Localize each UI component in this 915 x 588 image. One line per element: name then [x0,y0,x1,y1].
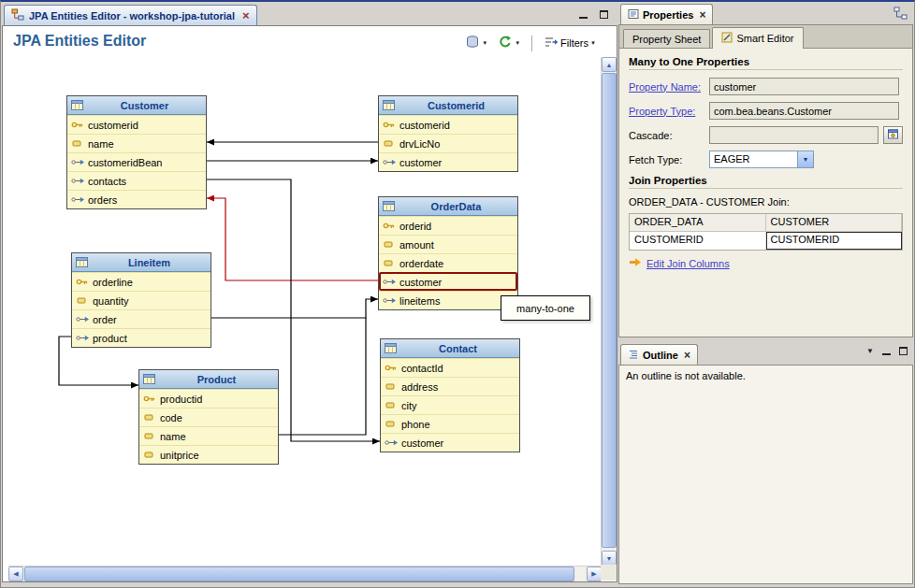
fetch-type-select[interactable]: EAGER ▼ [709,151,814,168]
editor-body: JPA Entities Editor ▼ ▼ Filters ▼ [2,25,617,582]
outline-view-tab[interactable]: Outline × [620,344,698,365]
entity-header[interactable]: Lineitem [72,253,211,272]
entity-field-unitprice[interactable]: unitprice [139,445,278,464]
entity-field-name[interactable]: name [67,134,206,152]
entity-field-contacts[interactable]: contacts [67,171,206,190]
horizontal-scroll-thumb[interactable] [24,566,574,581]
key-icon [76,277,92,287]
field-label: orderline [93,277,133,288]
entity-field-amount[interactable]: amount [379,235,517,253]
filter-icon [544,36,559,50]
join-cell[interactable]: CUSTOMERID [766,232,903,250]
entity-icon [383,100,399,110]
entity-orderdata[interactable]: OrderDataorderidamountorderdatecustomerl… [378,196,518,310]
entity-header[interactable]: Product [139,370,278,389]
entity-field-orderdate[interactable]: orderdate [379,253,517,272]
scroll-down-button[interactable]: ▼ [602,551,617,566]
entity-header[interactable]: Customerid [379,96,517,115]
entity-field-customerid[interactable]: customerid [67,115,206,134]
minimize-editor-button[interactable] [576,7,589,19]
property-type-field[interactable] [709,102,899,120]
entity-field-phone[interactable]: phone [381,414,519,433]
properties-icon [628,8,639,22]
entity-field-order[interactable]: order [72,309,211,328]
entity-header[interactable]: Contact [381,339,519,358]
key-icon [383,221,399,231]
entity-product[interactable]: Productproductidcodenameunitprice [138,369,279,465]
database-tool-button[interactable]: ▼ [463,33,489,53]
editor-tab[interactable]: JPA Entities Editor - workshop-jpa-tutor… [4,5,257,25]
scroll-right-button[interactable]: ▶ [587,566,602,581]
field-label: customer [399,277,442,288]
tab-smart-editor[interactable]: Smart Editor [712,27,803,49]
entity-lineitem[interactable]: Lineitemorderlinequantityorderproduct [71,252,211,348]
fetch-type-value: EAGER [710,151,797,167]
edit-cascade-button[interactable] [883,126,903,144]
horizontal-scrollbar[interactable]: ◀ ▶ [8,566,602,581]
fetch-type-label: Fetch Type: [629,154,709,165]
entity-field-orders[interactable]: orders [67,190,206,208]
rel-icon [71,157,87,167]
entity-field-contactId[interactable]: contactId [381,358,519,377]
properties-close-icon[interactable]: × [699,9,705,21]
entity-field-code[interactable]: code [139,408,278,426]
field-label: orders [88,194,117,206]
attr-icon [143,450,159,460]
maximize-icon [600,10,608,19]
entity-header[interactable]: Customer [67,96,206,115]
entity-field-product[interactable]: product [72,328,211,347]
database-icon [465,35,480,51]
entity-field-drvLicNo[interactable]: drvLicNo [379,134,517,152]
property-name-field[interactable] [709,78,899,95]
entity-customer[interactable]: CustomercustomeridnamecustomeridBeancont… [66,95,207,209]
entity-field-customerid[interactable]: customerid [379,115,517,134]
entity-field-address[interactable]: address [381,377,519,395]
refresh-icon [498,35,513,51]
entity-field-quantity[interactable]: quantity [72,291,211,309]
outline-close-icon[interactable]: × [684,350,690,361]
scroll-up-button[interactable]: ▲ [602,57,617,72]
tab-property-sheet[interactable]: Property Sheet [623,29,710,48]
minimize-view-button[interactable] [882,348,891,355]
join-cell[interactable]: CUSTOMERID [630,232,766,250]
field-label: customer [399,157,442,168]
entity-customerid[interactable]: CustomeridcustomeriddrvLicNocustomer [378,95,518,172]
edit-join-columns-link[interactable]: Edit Join Columns [646,258,730,269]
entity-field-customeridBean[interactable]: customeridBean [67,152,206,171]
property-type-link[interactable]: Property Type: [629,106,709,117]
entity-icon [71,100,87,110]
entity-field-customer[interactable]: customer [379,152,517,171]
property-name-link[interactable]: Property Name: [629,81,709,93]
entity-field-lineitems[interactable]: lineitems [379,291,517,309]
chevron-down-icon: ▼ [590,40,596,46]
properties-view-tab[interactable]: Properties × [620,4,713,24]
scroll-left-button[interactable]: ◀ [8,566,23,581]
entity-header[interactable]: OrderData [379,197,517,216]
fetch-type-row: Fetch Type: EAGER ▼ [629,151,903,168]
entity-field-customer[interactable]: customer [379,272,517,291]
combo-dropdown-icon[interactable]: ▼ [797,151,813,167]
view-layout-button[interactable] [893,7,908,20]
diagram-canvas[interactable]: many-to-one Customercustomeridnamecustom… [8,57,602,566]
property-sheet-tab-label: Property Sheet [632,34,701,45]
entity-contact[interactable]: ContactcontactIdaddresscityphonecustomer [380,338,520,452]
entity-field-orderline[interactable]: orderline [72,272,211,291]
cascade-field[interactable] [709,126,879,144]
field-label: address [401,381,438,393]
entity-field-name[interactable]: name [139,426,278,445]
refresh-tool-button[interactable]: ▼ [496,33,522,53]
editor-tab-close-icon[interactable]: × [242,9,250,22]
join-table: ORDER_DATACUSTOMER CUSTOMERIDCUSTOMERID [629,213,903,251]
maximize-editor-button[interactable] [597,7,610,19]
entity-field-city[interactable]: city [381,395,519,414]
filters-button[interactable]: Filters ▼ [542,34,598,52]
view-menu-button[interactable]: ▼ [866,347,874,355]
outline-message: An outline is not available. [626,370,746,381]
entity-field-productid[interactable]: productid [139,389,278,408]
entity-field-customer[interactable]: customer [381,433,519,452]
vertical-scroll-thumb[interactable] [602,73,617,548]
entity-field-orderid[interactable]: orderid [379,216,517,235]
field-label: orderid [399,221,431,232]
maximize-view-button[interactable] [899,347,908,355]
vertical-scrollbar[interactable]: ▲ ▼ [601,57,617,566]
